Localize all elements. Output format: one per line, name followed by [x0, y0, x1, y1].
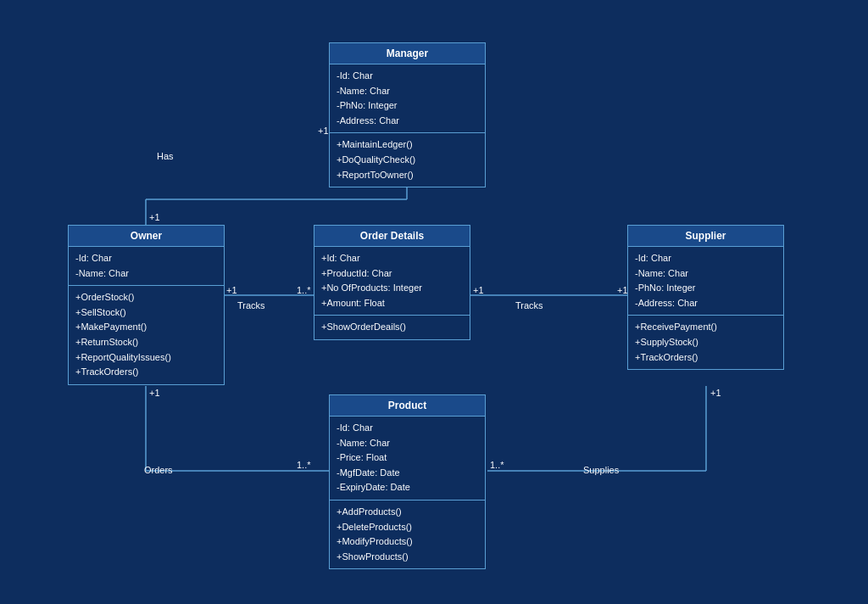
- mult-manager-bottom: +1: [318, 126, 329, 136]
- owner-method-6: +TrackOrders(): [75, 365, 217, 380]
- product-class: Product -Id: Char -Name: Char -Price: Fl…: [329, 394, 486, 569]
- has-label: Has: [157, 151, 174, 161]
- order-details-methods: +ShowOrderDeails(): [314, 316, 470, 339]
- mult-sup-bottom: +1: [710, 388, 721, 398]
- owner-attr-1: -Id: Char: [75, 251, 217, 266]
- manager-attributes: -Id: Char -Name: Char -PhNo: Integer -Ad…: [330, 64, 485, 133]
- sup-attr-2: -Name: Char: [635, 266, 776, 282]
- manager-attr-2: -Name: Char: [337, 84, 478, 99]
- order-details-title: Order Details: [314, 226, 470, 247]
- diagram-container: Manager -Id: Char -Name: Char -PhNo: Int…: [0, 0, 868, 604]
- owner-title: Owner: [69, 226, 224, 247]
- prod-attr-5: -ExpiryDate: Date: [337, 480, 478, 495]
- owner-method-2: +SellStock(): [75, 305, 217, 321]
- prod-method-2: +DeleteProducts(): [337, 520, 478, 535]
- owner-method-4: +ReturnStock(): [75, 335, 217, 350]
- od-method-1: +ShowOrderDeails(): [321, 320, 463, 335]
- orders-label: Orders: [144, 465, 173, 475]
- product-methods: +AddProducts() +DeleteProducts() +Modify…: [330, 501, 485, 568]
- sup-method-2: +SupplyStock(): [635, 335, 776, 350]
- od-attr-3: +No OfProducts: Integer: [321, 281, 463, 296]
- mult-od-right: +1: [473, 285, 484, 295]
- prod-method-1: +AddProducts(): [337, 505, 478, 520]
- mult-sup-left: +1: [617, 285, 628, 295]
- mult-owner-bottom: +1: [149, 388, 160, 398]
- prod-method-3: +ModifyProducts(): [337, 534, 478, 550]
- od-attr-2: +ProductId: Char: [321, 266, 463, 282]
- sup-attr-4: -Address: Char: [635, 296, 776, 311]
- product-attributes: -Id: Char -Name: Char -Price: Float -Mgf…: [330, 417, 485, 501]
- prod-attr-2: -Name: Char: [337, 436, 478, 451]
- sup-attr-3: -PhNo: Integer: [635, 281, 776, 296]
- tracks-left-label: Tracks: [237, 300, 265, 310]
- supplier-methods: +ReceivePayment() +SupplyStock() +TrackO…: [628, 316, 783, 369]
- owner-method-5: +ReportQualityIssues(): [75, 350, 217, 366]
- prod-attr-3: -Price: Float: [337, 450, 478, 466]
- supplier-class: Supplier -Id: Char -Name: Char -PhNo: In…: [627, 225, 784, 370]
- od-attr-1: +Id: Char: [321, 251, 463, 266]
- supplier-attributes: -Id: Char -Name: Char -PhNo: Integer -Ad…: [628, 247, 783, 316]
- product-title: Product: [330, 395, 485, 417]
- mult-owner-right: +1: [226, 285, 237, 295]
- sup-method-3: +TrackOrders(): [635, 350, 776, 366]
- prod-attr-1: -Id: Char: [337, 421, 478, 436]
- manager-method-1: +MaintainLedger(): [337, 137, 478, 153]
- mult-prod-right: 1..*: [490, 460, 504, 470]
- manager-method-3: +ReportToOwner(): [337, 168, 478, 183]
- manager-attr-3: -PhNo: Integer: [337, 98, 478, 114]
- owner-attr-2: -Name: Char: [75, 266, 217, 282]
- supplies-label: Supplies: [583, 465, 619, 475]
- prod-method-4: +ShowProducts(): [337, 550, 478, 565]
- mult-prod-left: 1..*: [297, 460, 311, 470]
- owner-method-1: +OrderStock(): [75, 290, 217, 305]
- order-details-attributes: +Id: Char +ProductId: Char +No OfProduct…: [314, 247, 470, 316]
- od-attr-4: +Amount: Float: [321, 296, 463, 311]
- manager-method-2: +DoQualityCheck(): [337, 153, 478, 168]
- owner-attributes: -Id: Char -Name: Char: [69, 247, 224, 286]
- owner-method-3: +MakePayment(): [75, 320, 217, 335]
- mult-owner-top: +1: [149, 212, 160, 222]
- order-details-class: Order Details +Id: Char +ProductId: Char…: [314, 225, 470, 340]
- manager-attr-4: -Address: Char: [337, 114, 478, 129]
- sup-attr-1: -Id: Char: [635, 251, 776, 266]
- owner-methods: +OrderStock() +SellStock() +MakePayment(…: [69, 286, 224, 384]
- sup-method-1: +ReceivePayment(): [635, 320, 776, 335]
- manager-methods: +MaintainLedger() +DoQualityCheck() +Rep…: [330, 133, 485, 187]
- tracks-right-label: Tracks: [515, 300, 543, 310]
- owner-class: Owner -Id: Char -Name: Char +OrderStock(…: [68, 225, 225, 385]
- supplier-title: Supplier: [628, 226, 783, 247]
- manager-title: Manager: [330, 43, 485, 64]
- manager-attr-1: -Id: Char: [337, 69, 478, 84]
- prod-attr-4: -MgfDate: Date: [337, 466, 478, 481]
- mult-od-left: 1..*: [297, 285, 311, 295]
- manager-class: Manager -Id: Char -Name: Char -PhNo: Int…: [329, 42, 486, 187]
